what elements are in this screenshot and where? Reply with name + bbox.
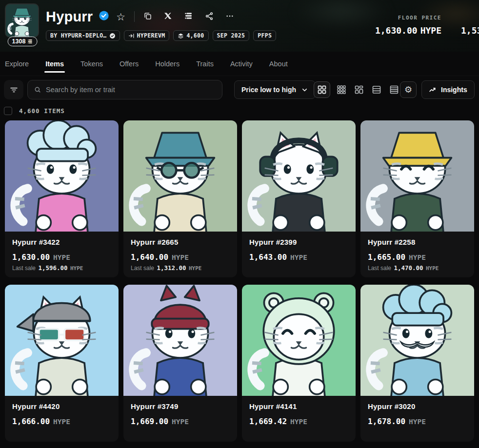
last-sale-currency: HYPE xyxy=(189,265,202,272)
share-button[interactable] xyxy=(204,11,215,23)
nft-image xyxy=(360,120,474,232)
supply-badge: 4,600 xyxy=(173,30,208,41)
nft-price-value: 1,678.00 xyxy=(368,417,405,426)
category-badge-label: PFPS xyxy=(258,32,272,39)
nft-name: Hypurr #4420 xyxy=(12,402,111,410)
chain-badge[interactable]: HYPEREVM xyxy=(124,30,170,41)
nft-image xyxy=(242,120,356,232)
x-twitter-button[interactable] xyxy=(163,11,173,22)
nft-name: Hypurr #4141 xyxy=(249,402,348,410)
avatar-rank-value: 1308 xyxy=(12,38,26,45)
nft-price-currency: HYPE xyxy=(290,418,307,426)
tab-bar: ExploreItemsTokensOffersHoldersTraitsAct… xyxy=(0,52,479,76)
verified-badge-icon xyxy=(99,10,109,23)
nft-image xyxy=(123,285,237,396)
items-bar: 4,600 ITEMS xyxy=(0,100,479,119)
nft-card[interactable]: Hypurr #2399 1,643.00HYPE xyxy=(242,120,356,277)
more-icon xyxy=(225,12,234,22)
tab-explore[interactable]: Explore xyxy=(4,52,30,76)
view-grid-masonry-button[interactable] xyxy=(353,81,365,98)
search-icon xyxy=(34,86,41,94)
favorite-star-button[interactable]: ☆ xyxy=(115,11,126,23)
nft-card[interactable]: Hypurr #3020 1,678.00HYPE xyxy=(360,285,474,442)
sort-label: Price low to high xyxy=(241,86,296,94)
nft-image xyxy=(5,120,119,232)
tab-tokens[interactable]: Tokens xyxy=(80,52,104,76)
date-badge-label: SEP 2025 xyxy=(217,32,245,39)
nft-card-info: Hypurr #2665 1,640.00HYPE Last sale 1,31… xyxy=(123,232,237,277)
nft-card-info: Hypurr #2258 1,665.00HYPE Last sale 1,47… xyxy=(360,232,474,277)
more-button[interactable] xyxy=(224,11,235,23)
nft-card-info: Hypurr #3020 1,678.00HYPE xyxy=(360,396,474,442)
copy-button[interactable] xyxy=(142,11,153,23)
nft-price: 1,669.42HYPE xyxy=(249,417,348,426)
nft-card-info: Hypurr #4141 1,669.42HYPE xyxy=(242,396,356,442)
tab-items[interactable]: Items xyxy=(44,52,65,76)
nft-price-value: 1,630.00 xyxy=(12,253,50,262)
nft-card[interactable]: Hypurr #4141 1,669.42HYPE xyxy=(242,285,356,442)
date-badge: SEP 2025 xyxy=(213,30,250,41)
nft-name: Hypurr #3749 xyxy=(131,402,230,410)
nft-card[interactable]: Hypurr #4420 1,666.00HYPE xyxy=(5,285,119,442)
nft-last-sale: Last sale 1,470.00 HYPE xyxy=(368,264,467,272)
search-box[interactable] xyxy=(27,80,222,99)
star-icon: ☆ xyxy=(116,12,125,22)
insights-label: Insights xyxy=(441,86,467,94)
floor-price-label: FLOOR PRICE xyxy=(375,15,441,21)
collection-banner: 1308 Hypurr ☆ BY HYPURR-DEPLO… HYPEREVM xyxy=(0,0,479,52)
nft-image xyxy=(5,285,119,396)
hyperliquid-button[interactable] xyxy=(183,10,194,23)
floor-price-currency: HYPE xyxy=(420,25,441,36)
divider xyxy=(134,11,135,22)
share-icon xyxy=(205,12,214,22)
nft-price: 1,669.00HYPE xyxy=(131,417,230,426)
tab-offers[interactable]: Offers xyxy=(119,52,140,76)
search-input[interactable] xyxy=(46,86,216,94)
category-badge: PFPS xyxy=(253,30,276,41)
tab-about[interactable]: About xyxy=(268,52,289,76)
nft-card-info: Hypurr #2399 1,643.00HYPE xyxy=(242,232,356,277)
creator-badge[interactable]: BY HYPURR-DEPLO… xyxy=(46,30,120,41)
nft-card[interactable]: Hypurr #2665 1,640.00HYPE Last sale 1,31… xyxy=(123,120,237,277)
nft-price: 1,630.00HYPE xyxy=(12,253,111,262)
settings-button[interactable]: ⚙ xyxy=(400,81,417,98)
chevron-down-icon xyxy=(301,86,308,94)
last-sale-currency: HYPE xyxy=(70,265,83,272)
nft-price-currency: HYPE xyxy=(53,418,70,426)
nft-name: Hypurr #3422 xyxy=(12,238,111,246)
last-sale-value: 1,596.00 xyxy=(38,264,67,272)
nft-price: 1,665.00HYPE xyxy=(368,253,467,262)
partial-stat-value: 1,538 xyxy=(461,25,479,36)
nft-name: Hypurr #3020 xyxy=(368,402,467,410)
trend-line-icon xyxy=(429,86,437,94)
nft-image xyxy=(123,120,237,232)
grid-small-icon xyxy=(337,85,346,95)
nft-card[interactable]: Hypurr #3422 1,630.00HYPE Last sale 1,59… xyxy=(5,120,119,277)
copy-icon xyxy=(143,12,152,22)
tab-holders[interactable]: Holders xyxy=(154,52,180,76)
items-grid: Hypurr #3422 1,630.00HYPE Last sale 1,59… xyxy=(0,119,479,447)
sort-dropdown[interactable]: Price low to high xyxy=(234,80,316,99)
tab-activity[interactable]: Activity xyxy=(229,52,254,76)
nft-price-value: 1,643.00 xyxy=(249,253,287,262)
tab-traits[interactable]: Traits xyxy=(195,52,215,76)
select-all-checkbox[interactable] xyxy=(4,107,12,115)
insights-button[interactable]: Insights xyxy=(421,80,475,99)
collection-avatar[interactable]: 1308 xyxy=(5,3,40,46)
nft-card[interactable]: Hypurr #2258 1,665.00HYPE Last sale 1,47… xyxy=(360,120,474,277)
list-dense-icon xyxy=(389,85,399,95)
view-list-dense-button[interactable] xyxy=(388,81,400,98)
layers-icon xyxy=(178,33,184,39)
nft-price-value: 1,665.00 xyxy=(368,253,405,262)
nft-card-info: Hypurr #4420 1,666.00HYPE xyxy=(5,396,119,442)
view-list-rows-button[interactable] xyxy=(370,81,383,98)
filter-button[interactable] xyxy=(4,80,23,99)
nft-card[interactable]: Hypurr #3749 1,669.00HYPE xyxy=(123,285,237,442)
view-grid-small-button[interactable] xyxy=(335,81,348,98)
nft-image xyxy=(360,285,474,396)
nft-name: Hypurr #2665 xyxy=(131,238,230,246)
last-sale-value: 1,312.00 xyxy=(157,264,186,272)
last-sale-label: Last sale xyxy=(368,265,391,272)
view-grid-large-button[interactable] xyxy=(314,81,330,98)
gear-icon: ⚙ xyxy=(404,84,412,95)
